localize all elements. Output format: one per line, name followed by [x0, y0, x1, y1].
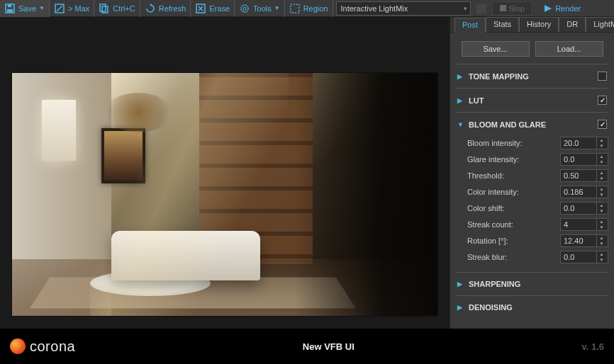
region-icon: [289, 3, 301, 14]
save-button[interactable]: Save ▼: [0, 0, 50, 17]
region-button[interactable]: Region: [285, 0, 333, 17]
value-field[interactable]: [561, 139, 596, 147]
panel-body: Save... Load... ▶ TONE MAPPING ▶ LUT ▼ B…: [450, 33, 614, 329]
arrow-up-icon[interactable]: ▲: [597, 219, 606, 224]
value-field[interactable]: [561, 188, 596, 196]
value-field[interactable]: [561, 204, 596, 212]
value-field[interactable]: [561, 253, 596, 261]
save-settings-button[interactable]: Save...: [462, 41, 530, 57]
spinner-arrows[interactable]: ▲▼: [596, 154, 606, 165]
spinner-input[interactable]: ▲▼: [560, 137, 608, 149]
section-title: LUT: [469, 96, 484, 105]
tab-post[interactable]: Post: [454, 18, 486, 33]
arrow-down-icon[interactable]: ▼: [597, 208, 606, 214]
arrow-up-icon[interactable]: ▲: [597, 170, 606, 176]
bloom-properties: Bloom intensity:▲▼Glare intensity:▲▼Thre…: [456, 132, 608, 268]
property-row: Streak count:▲▼: [467, 216, 608, 232]
property-label: Bloom intensity:: [467, 139, 560, 147]
arrow-down-icon[interactable]: ▼: [597, 143, 606, 149]
toolbar-label: Tools: [253, 4, 272, 13]
toolbar-label: Region: [303, 4, 328, 13]
spinner-input[interactable]: ▲▼: [560, 251, 608, 263]
spinner-input[interactable]: ▲▼: [560, 234, 608, 247]
dropdown-value: Interactive LightMix: [341, 4, 408, 13]
tab-history[interactable]: History: [519, 17, 559, 32]
section-header[interactable]: ▶ LUT: [456, 93, 608, 108]
property-label: Streak blur:: [467, 253, 560, 261]
property-label: Rotation [°]:: [467, 237, 560, 245]
arrow-up-icon[interactable]: ▲: [597, 251, 606, 257]
section-checkbox[interactable]: [598, 96, 607, 105]
toolbar-label: Refresh: [159, 4, 186, 13]
arrow-up-icon[interactable]: ▲: [597, 203, 606, 208]
arrow-down-icon[interactable]: ▼: [597, 224, 606, 230]
expand-icon: ▶: [457, 97, 464, 104]
arrow-down-icon[interactable]: ▼: [597, 176, 606, 181]
arrow-up-icon[interactable]: ▲: [597, 137, 606, 143]
toolbar-label: Stop: [509, 4, 525, 13]
tab-lightmix[interactable]: LightMix: [586, 17, 614, 32]
spinner-arrows[interactable]: ▲▼: [596, 203, 606, 214]
load-settings-button[interactable]: Load...: [535, 41, 603, 57]
spinner-input[interactable]: ▲▼: [560, 153, 608, 166]
arrow-down-icon[interactable]: ▼: [597, 257, 606, 263]
spinner-arrows[interactable]: ▲▼: [596, 251, 606, 263]
arrow-down-icon[interactable]: ▼: [597, 159, 606, 165]
section-header[interactable]: ▼ BLOOM AND GLARE: [456, 117, 608, 132]
brand-logo: corona: [10, 339, 75, 355]
side-panel: Post Stats History DR LightMix Save... L…: [450, 17, 614, 329]
value-field[interactable]: [561, 220, 596, 229]
tab-dr[interactable]: DR: [559, 17, 586, 32]
svg-rect-1: [7, 9, 13, 12]
toolbar-label: > Max: [68, 4, 89, 13]
spinner-input[interactable]: ▲▼: [560, 218, 608, 231]
arrow-up-icon[interactable]: ▲: [597, 186, 606, 192]
stop-button[interactable]: Stop: [492, 1, 533, 16]
max-icon: [54, 3, 65, 14]
svg-rect-4: [100, 4, 106, 11]
copy-icon: [99, 3, 110, 14]
section-header[interactable]: ▶ TONE MAPPING: [456, 69, 608, 84]
spinner-arrows[interactable]: ▲▼: [596, 186, 606, 198]
play-icon: [544, 4, 552, 13]
spinner-arrows[interactable]: ▲▼: [596, 137, 606, 149]
arrow-down-icon[interactable]: ▼: [597, 241, 606, 246]
spinner-input[interactable]: ▲▼: [560, 202, 608, 215]
value-field[interactable]: [561, 155, 596, 164]
arrow-up-icon[interactable]: ▲: [597, 154, 606, 159]
property-row: Color shift:▲▼: [467, 200, 608, 216]
value-field[interactable]: [561, 237, 596, 245]
expand-icon: ▶: [457, 73, 464, 80]
render-output[interactable]: [11, 72, 438, 317]
spinner-input[interactable]: ▲▼: [560, 169, 608, 182]
tab-stats[interactable]: Stats: [486, 17, 519, 32]
save-icon: [4, 3, 16, 14]
section-sharpening: ▶ SHARPENING: [456, 272, 608, 295]
render-button[interactable]: Render: [537, 1, 588, 16]
section-header[interactable]: ▶ SHARPENING: [456, 277, 608, 291]
spinner-arrows[interactable]: ▲▼: [596, 219, 606, 230]
section-checkbox[interactable]: [598, 120, 607, 129]
refresh-button[interactable]: Refresh: [140, 0, 191, 17]
spinner-arrows[interactable]: ▲▼: [596, 235, 606, 246]
property-label: Color intensity:: [467, 188, 560, 196]
svg-rect-2: [8, 4, 11, 7]
copy-button[interactable]: Ctrl+C: [94, 0, 140, 17]
svg-point-7: [241, 5, 248, 12]
pass-dropdown[interactable]: Interactive LightMix: [336, 1, 471, 16]
brand-name: corona: [30, 339, 75, 355]
erase-button[interactable]: Erase: [191, 0, 235, 17]
tools-button[interactable]: Tools ▼: [235, 0, 285, 17]
refresh-icon: [145, 3, 156, 14]
property-row: Rotation [°]:▲▼: [467, 232, 608, 249]
section-checkbox[interactable]: [598, 72, 607, 81]
arrow-down-icon[interactable]: ▼: [597, 192, 606, 198]
section-header[interactable]: ▶ DENOISING: [456, 300, 608, 314]
expand-icon: ▶: [457, 280, 464, 288]
arrow-up-icon[interactable]: ▲: [597, 235, 606, 241]
value-field[interactable]: [561, 171, 596, 180]
spinner-input[interactable]: ▲▼: [560, 186, 608, 198]
spinner-arrows[interactable]: ▲▼: [596, 170, 606, 181]
max-button[interactable]: > Max: [50, 0, 94, 17]
toolbar-label: Render: [555, 4, 581, 13]
